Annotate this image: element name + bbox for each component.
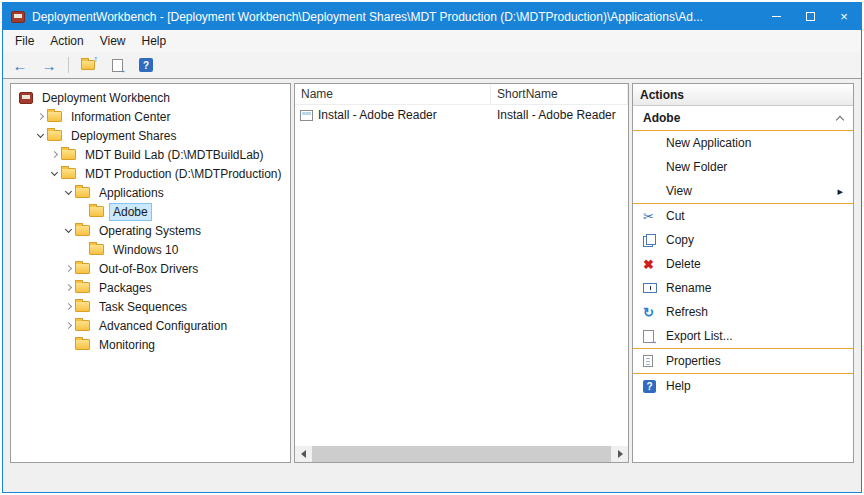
action-label: Refresh — [666, 305, 708, 319]
minimize-button[interactable] — [759, 3, 793, 30]
action-rename[interactable]: Rename — [633, 276, 853, 300]
action-label: New Folder — [666, 160, 727, 174]
tree-item-packages[interactable]: Packages — [11, 278, 290, 297]
column-header-name[interactable]: Name — [295, 84, 491, 104]
action-icon-slot: ✖ — [643, 258, 666, 271]
action-export-list[interactable]: Export List... — [633, 324, 853, 348]
action-label: Help — [666, 379, 691, 393]
submenu-arrow-icon: ▸ — [837, 185, 843, 198]
tree-item-operating-systems[interactable]: Operating Systems — [11, 221, 290, 240]
action-label: Export List... — [666, 329, 733, 343]
console-tree-pane: Deployment Workbench Information Center … — [10, 83, 291, 463]
tree-item-mdt-production[interactable]: MDT Production (D:\MDTProduction) — [11, 164, 290, 183]
window-controls: × — [759, 3, 861, 30]
tree-item-applications[interactable]: Applications — [11, 183, 290, 202]
folder-up-icon — [81, 60, 95, 70]
toolbar: ← → ? — [3, 52, 861, 79]
scroll-right-button[interactable] — [612, 446, 628, 462]
tree-item-label: Deployment Workbench — [38, 89, 174, 107]
folder-icon — [75, 282, 90, 293]
action-new-folder[interactable]: New Folder — [633, 155, 853, 179]
tree-item-label: Monitoring — [95, 336, 159, 354]
menu-file[interactable]: File — [7, 31, 42, 51]
scroll-right-icon — [618, 450, 623, 458]
action-icon-slot — [643, 283, 666, 293]
scroll-left-button[interactable] — [295, 446, 311, 462]
scrollbar-thumb[interactable] — [312, 446, 611, 462]
actions-group-adobe[interactable]: Adobe — [633, 106, 853, 131]
action-cut[interactable]: ✂ Cut — [633, 204, 853, 228]
list-item-install-adobe-reader[interactable]: Install - Adobe Reader Install - Adobe R… — [295, 105, 628, 125]
tree-item-information-center[interactable]: Information Center — [11, 107, 290, 126]
action-icon-slot — [643, 330, 666, 343]
title-bar: DeploymentWorkbench - [Deployment Workbe… — [3, 3, 861, 30]
scroll-left-icon — [301, 450, 306, 458]
expander[interactable] — [61, 229, 75, 232]
expander[interactable] — [61, 266, 75, 271]
action-icon-slot: ✂ — [643, 210, 666, 223]
action-refresh[interactable]: ↻ Refresh — [633, 300, 853, 324]
tree-item-adobe[interactable]: Adobe — [11, 202, 290, 221]
action-delete[interactable]: ✖ Delete — [633, 252, 853, 276]
help-icon: ? — [643, 380, 656, 393]
list-column-headers: Name ShortName — [295, 84, 628, 105]
application-icon — [300, 110, 313, 121]
menu-view[interactable]: View — [92, 31, 134, 51]
tree-item-label: MDT Production (D:\MDTProduction) — [81, 165, 286, 183]
close-button[interactable]: × — [827, 3, 861, 30]
action-help[interactable]: ? Help — [633, 374, 853, 398]
rename-icon — [643, 283, 657, 293]
expander[interactable] — [61, 304, 75, 309]
tree-item-label: Adobe — [109, 203, 152, 221]
tree-item-deployment-shares[interactable]: Deployment Shares — [11, 126, 290, 145]
expander[interactable] — [61, 285, 75, 290]
action-icon-slot — [643, 234, 666, 247]
action-properties[interactable]: Properties — [633, 349, 853, 373]
help-button[interactable]: ? — [136, 55, 156, 75]
results-list-pane: Name ShortName Install - Adobe Reader In… — [294, 83, 629, 463]
expander[interactable] — [47, 172, 61, 175]
tree-item-mdt-build-lab[interactable]: MDT Build Lab (D:\MDTBuildLab) — [11, 145, 290, 164]
tree-item-task-sequences[interactable]: Task Sequences — [11, 297, 290, 316]
action-view[interactable]: View ▸ — [633, 179, 853, 203]
up-one-level-button[interactable] — [78, 55, 98, 75]
chevron-right-icon — [64, 303, 71, 310]
tree-item-advanced-configuration[interactable]: Advanced Configuration — [11, 316, 290, 335]
back-button[interactable]: ← — [10, 55, 30, 75]
export-list-button[interactable] — [107, 55, 127, 75]
folder-icon — [89, 206, 104, 217]
action-new-application[interactable]: New Application — [633, 131, 853, 155]
collapse-chevron-up-icon[interactable] — [836, 116, 844, 124]
horizontal-scrollbar[interactable] — [295, 446, 628, 462]
expander[interactable] — [33, 134, 47, 137]
chevron-down-icon — [64, 226, 71, 233]
tree-item-deployment-workbench[interactable]: Deployment Workbench — [11, 88, 290, 107]
tree-item-monitoring[interactable]: Monitoring — [11, 335, 290, 354]
menu-action[interactable]: Action — [42, 31, 91, 51]
chevron-right-icon — [50, 151, 57, 158]
action-label: View — [666, 184, 692, 198]
chevron-right-icon — [64, 322, 71, 329]
action-label: Cut — [666, 209, 685, 223]
refresh-icon: ↻ — [643, 306, 654, 319]
action-icon-slot: ? — [643, 380, 666, 393]
chevron-down-icon — [64, 188, 71, 195]
action-label: New Application — [666, 136, 751, 150]
tree-item-out-of-box-drivers[interactable]: Out-of-Box Drivers — [11, 259, 290, 278]
expander[interactable] — [61, 323, 75, 328]
forward-button[interactable]: → — [39, 55, 59, 75]
tree-item-label: Applications — [95, 184, 168, 202]
menu-help[interactable]: Help — [134, 31, 175, 51]
expander[interactable] — [33, 114, 47, 119]
tree-item-label: Out-of-Box Drivers — [95, 260, 202, 278]
column-header-shortname[interactable]: ShortName — [491, 84, 628, 104]
actions-pane: Actions Adobe New Application New Folder… — [632, 83, 854, 463]
maximize-button[interactable] — [793, 3, 827, 30]
menu-bar: File Action View Help — [3, 30, 861, 52]
action-copy[interactable]: Copy — [633, 228, 853, 252]
chevron-right-icon — [64, 284, 71, 291]
tree-item-windows-10[interactable]: Windows 10 — [11, 240, 290, 259]
action-label: Rename — [666, 281, 711, 295]
expander[interactable] — [47, 152, 61, 157]
expander[interactable] — [61, 191, 75, 194]
